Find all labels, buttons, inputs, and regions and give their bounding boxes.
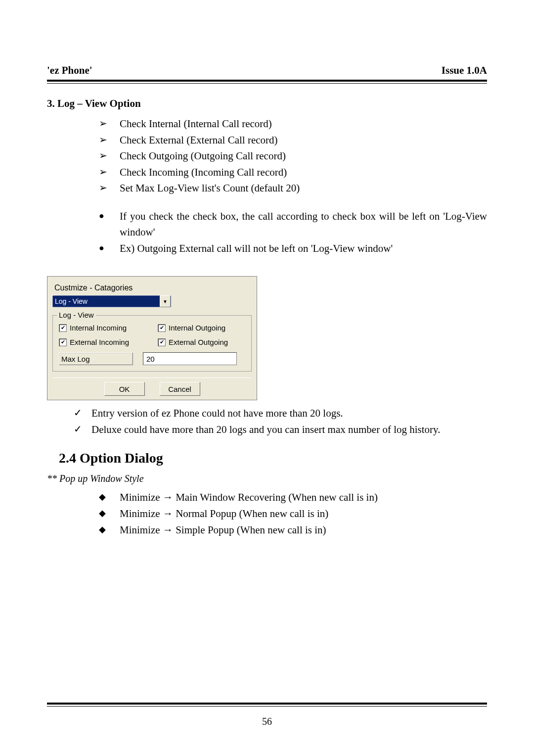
checkbox-label: Internal Outgoing	[169, 324, 225, 332]
checkbox-external-incoming[interactable]: ✔ External Incoming	[59, 338, 143, 346]
checkbox-label: External Incoming	[70, 338, 129, 346]
checkmark-icon: ✔	[158, 324, 166, 332]
section-3-title: 3. Log – View Option	[47, 97, 487, 110]
log-view-groupbox: Log - View ✔ Internal Incoming ✔ Interna…	[52, 315, 252, 372]
checkmark-icon: ✔	[59, 324, 67, 332]
checkbox-label: Internal Incoming	[70, 324, 127, 332]
notes-check-list: Entry version of ez Phone could not have…	[74, 405, 487, 437]
right-arrow-icon: →	[163, 508, 173, 519]
dialog-screenshot: Custmize - Catagories Log - View ▼ Log -…	[47, 276, 487, 400]
check-item: Entry version of ez Phone could not have…	[74, 405, 487, 422]
bullet-item: Ex) Outgoing External call will not be l…	[99, 240, 487, 257]
page-number: 56	[0, 716, 534, 727]
header-right: Issue 1.0A	[442, 64, 487, 77]
arrow-item: Check Outgoing (Outgoing Call record)	[99, 148, 487, 164]
checkbox-internal-outgoing[interactable]: ✔ Internal Outgoing	[158, 324, 242, 332]
combo-value: Log - View	[55, 297, 88, 305]
chevron-down-icon[interactable]: ▼	[160, 295, 171, 307]
popup-style-list: Minimize → Main Window Recovering (When …	[99, 489, 487, 538]
right-arrow-icon: →	[163, 491, 173, 503]
header-rule-thick	[47, 80, 487, 82]
checkbox-external-outgoing[interactable]: ✔ External Outgoing	[158, 338, 242, 346]
groupbox-legend: Log - View	[57, 311, 96, 319]
log-view-bullet-list: If you check the check box, the call acc…	[99, 208, 487, 257]
popup-style-note: ** Pop up Window Style	[47, 473, 487, 484]
heading-2-4: 2.4 Option Dialog	[59, 450, 487, 466]
arrow-item: Check Internal (Internal Call record)	[99, 116, 487, 132]
check-item: Deluxe could have more than 20 logs and …	[74, 422, 487, 438]
arrow-item: Check External (External Call record)	[99, 132, 487, 148]
checkbox-label: External Outgoing	[169, 338, 228, 346]
diamond-item: Minimize → Main Window Recovering (When …	[99, 489, 487, 506]
bullet-item: If you check the check box, the call acc…	[99, 208, 487, 240]
header-left: 'ez Phone'	[47, 64, 92, 77]
checkbox-internal-incoming[interactable]: ✔ Internal Incoming	[59, 324, 143, 332]
header-rule-thin	[47, 83, 487, 84]
footer-rule-thick	[47, 703, 487, 705]
maxlog-label: Max Log	[59, 352, 133, 365]
category-combo[interactable]: Log - View ▼	[52, 295, 171, 307]
ok-button[interactable]: OK	[104, 382, 145, 396]
diamond-item: Minimize → Simple Popup (When new call i…	[99, 522, 487, 538]
checkmark-icon: ✔	[59, 338, 67, 346]
diamond-item: Minimize → Normal Popup (When new call i…	[99, 506, 487, 522]
footer-rule-thin	[47, 706, 487, 707]
dialog-title: Custmize - Catagories	[52, 281, 252, 295]
arrow-item: Set Max Log-View list's Count (default 2…	[99, 180, 487, 196]
maxlog-input[interactable]: 20	[143, 352, 237, 365]
arrow-item: Check Incoming (Incoming Call record)	[99, 164, 487, 181]
right-arrow-icon: →	[163, 524, 173, 535]
log-view-arrow-list: Check Internal (Internal Call record) Ch…	[99, 116, 487, 196]
cancel-button[interactable]: Cancel	[160, 382, 200, 396]
checkmark-icon: ✔	[158, 338, 166, 346]
